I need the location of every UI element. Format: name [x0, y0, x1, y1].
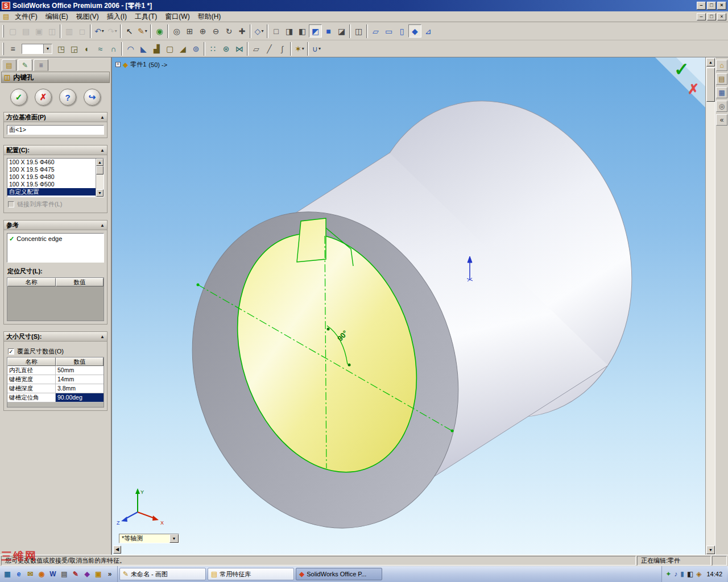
circular-pattern-icon[interactable]: ⊛	[220, 42, 233, 55]
detail-preview-button[interactable]: ↪	[84, 89, 101, 106]
reference-selection-box[interactable]: ✓Concentric edge	[7, 233, 104, 263]
curve-icon[interactable]: ∫	[276, 42, 289, 55]
tree-expand-icon[interactable]: +	[115, 62, 121, 67]
hidden-lines-visible-icon[interactable]: ◨	[283, 24, 296, 38]
collapse-arrow-icon[interactable]: ▲	[100, 223, 105, 228]
volume-tray-icon[interactable]: ♪	[674, 570, 677, 578]
zoom-fit-icon[interactable]: ◎	[170, 24, 183, 38]
menu-item[interactable]: 工具(T)	[131, 11, 161, 22]
collapse-arrow-icon[interactable]: ▲	[100, 115, 105, 120]
toolbar-grip[interactable]	[2, 43, 4, 55]
print-preview-icon[interactable]: ◻	[76, 24, 89, 38]
part-name[interactable]: 零件1	[130, 60, 146, 69]
layers-icon[interactable]: ≡	[6, 42, 19, 55]
override-values-checkbox[interactable]	[8, 348, 14, 355]
scroll-up-icon[interactable]: ▲	[96, 159, 104, 166]
zoom-selection-icon[interactable]: ⊖	[209, 24, 222, 38]
rotate-view-icon[interactable]: ↻	[222, 24, 235, 38]
shadows-icon[interactable]: ◪	[335, 24, 348, 38]
menu-item[interactable]: 文件(F)	[11, 11, 41, 22]
zoom-in-out-icon[interactable]: ⊕	[196, 24, 209, 38]
model-view[interactable]: 90° Y X Z ✓	[112, 57, 705, 555]
overflow-chevron-icon[interactable]: »	[105, 569, 115, 579]
lofted-boss-icon[interactable]: ∩	[107, 42, 120, 55]
left-view-icon[interactable]: ▯	[395, 24, 408, 38]
collapse-arrow-icon[interactable]: ▲	[100, 334, 105, 339]
media-player-icon[interactable]: ◉	[36, 569, 47, 579]
close-button[interactable]: ×	[717, 2, 726, 10]
maximize-button[interactable]: □	[707, 2, 716, 10]
show-desktop-icon[interactable]: ▦	[2, 569, 13, 579]
normal-to-icon[interactable]: ⊿	[421, 24, 435, 38]
ie-icon[interactable]: e	[14, 569, 24, 579]
wireframe-icon[interactable]: □	[270, 24, 283, 38]
cancel-button[interactable]: ✗	[35, 89, 52, 106]
word-icon[interactable]: W	[48, 569, 58, 579]
scroll-left-icon[interactable]: ◀	[113, 546, 121, 554]
menu-item[interactable]: 窗口(W)	[161, 11, 193, 22]
shaded-with-edges-icon[interactable]: ◩	[309, 24, 322, 38]
collapse-panel-icon[interactable]: «	[716, 114, 727, 126]
paint-icon[interactable]: ✎	[71, 569, 81, 579]
save-icon[interactable]: ▣	[32, 24, 46, 38]
vertical-scrollbar[interactable]: ▲ ▼	[705, 57, 715, 555]
notepad-icon[interactable]: ▤	[59, 569, 69, 579]
isometric-view-icon[interactable]: ◆	[408, 24, 421, 38]
child-minimize-button[interactable]: –	[697, 13, 706, 20]
scroll-thumb[interactable]	[96, 166, 104, 174]
undo-icon[interactable]: ↶	[93, 24, 106, 38]
list-scrollbar[interactable]: ▲ ▼	[96, 159, 104, 197]
rebuild-icon[interactable]: ◉	[153, 24, 166, 38]
scroll-down-icon[interactable]: ▼	[706, 546, 715, 554]
configuration-option[interactable]: 100 X 19.5 Φ480	[7, 173, 96, 181]
chevron-down-icon[interactable]: ▼	[43, 44, 52, 53]
antivirus-tray-icon[interactable]: ✦	[665, 570, 671, 578]
taskbar-button-library[interactable]: ▤ 常用特征库	[208, 568, 294, 580]
section-view-icon[interactable]: ◫	[352, 24, 365, 38]
dimension-value-input[interactable]: 90.00deg	[56, 393, 104, 402]
extruded-boss-icon[interactable]: ◳	[55, 42, 68, 55]
menu-item[interactable]: 帮助(H)	[194, 11, 225, 22]
network-tray-icon[interactable]: ▮	[680, 570, 684, 578]
hidden-lines-removed-icon[interactable]: ◧	[296, 24, 309, 38]
scroll-down-icon[interactable]: ▼	[96, 189, 104, 197]
shaded-icon[interactable]: ■	[322, 24, 335, 38]
fillet-icon[interactable]: ◠	[124, 42, 137, 55]
taskbar-button-solidworks[interactable]: ◆ SolidWorks Office P...	[296, 568, 382, 580]
outlook-icon[interactable]: ✉	[25, 569, 35, 579]
configuration-manager-tab[interactable]: ≡	[34, 59, 48, 71]
swept-boss-icon[interactable]: ≈	[94, 42, 107, 55]
scroll-track[interactable]	[96, 174, 104, 189]
keyway-notch[interactable]	[297, 218, 326, 262]
configuration-option[interactable]: 100 X 19.5 Φ500	[7, 181, 96, 188]
menu-item[interactable]: 编辑(E)	[42, 11, 72, 22]
rib-icon[interactable]: ▟	[150, 42, 163, 55]
help-button[interactable]: ?	[59, 89, 76, 106]
select-icon[interactable]: ↖	[123, 24, 136, 38]
top-view-icon[interactable]: ▭	[382, 24, 395, 38]
design-library-icon[interactable]: ▤	[716, 73, 727, 85]
toolbar-grip[interactable]	[2, 25, 4, 38]
minimize-button[interactable]: –	[697, 2, 706, 10]
dimension-value-input[interactable]: 3.8mm	[56, 384, 104, 393]
file-explorer-icon[interactable]: ▦	[716, 87, 727, 98]
scroll-up-icon[interactable]: ▲	[706, 58, 715, 66]
part-model[interactable]	[152, 66, 672, 555]
confirm-cancel-icon[interactable]: ✗	[688, 81, 699, 97]
redo-icon[interactable]: ↷	[106, 24, 119, 38]
folder-icon[interactable]: ▣	[93, 569, 104, 579]
open-icon[interactable]: ▤	[19, 24, 32, 38]
configuration-option[interactable]: 自定义配置	[7, 188, 96, 196]
hole-wizard-icon[interactable]: ⊚	[189, 42, 202, 55]
menu-item[interactable]: 插入(I)	[103, 11, 131, 22]
scroll-thumb[interactable]	[706, 68, 715, 102]
feature-manager-tab[interactable]: ▤	[2, 59, 16, 71]
search-icon[interactable]: ◎	[716, 101, 727, 112]
sketch-icon[interactable]: ✎	[136, 24, 149, 38]
update-tray-icon[interactable]: ◈	[696, 570, 701, 578]
graphics-area[interactable]: 90° Y X Z ✓	[112, 57, 705, 555]
menu-item[interactable]: 视图(V)	[72, 11, 103, 22]
library-feature-dropdown-icon[interactable]: ✶	[293, 42, 306, 55]
dimension-value-input[interactable]: 14mm	[56, 375, 104, 384]
configuration-option[interactable]: 100 X 19.5 Φ460	[7, 159, 96, 166]
